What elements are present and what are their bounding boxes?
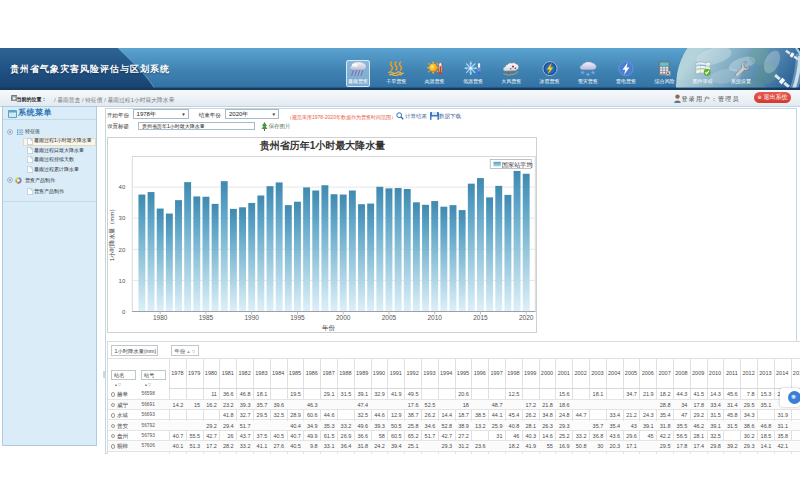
svg-text:2010: 2010 bbox=[427, 314, 442, 321]
svg-text:年份: 年份 bbox=[322, 324, 336, 332]
svg-text:40: 40 bbox=[119, 184, 126, 190]
svg-text:1990: 1990 bbox=[244, 314, 259, 321]
svg-text:国家站平均: 国家站平均 bbox=[502, 160, 533, 168]
svg-text:1980: 1980 bbox=[153, 314, 168, 321]
svg-text:2005: 2005 bbox=[382, 314, 397, 321]
svg-text:2020: 2020 bbox=[519, 314, 534, 321]
svg-text:10: 10 bbox=[119, 277, 126, 283]
svg-text:1995: 1995 bbox=[290, 314, 305, 321]
svg-text:贵州省历年1小时最大降水量: 贵州省历年1小时最大降水量 bbox=[259, 140, 386, 151]
svg-text:1小时降水量（mm）: 1小时降水量（mm） bbox=[108, 205, 116, 260]
svg-text:2000: 2000 bbox=[336, 314, 351, 321]
svg-text:1985: 1985 bbox=[199, 314, 214, 321]
svg-text:2015: 2015 bbox=[473, 314, 488, 321]
svg-text:0: 0 bbox=[122, 308, 126, 314]
svg-text:30: 30 bbox=[119, 215, 126, 221]
svg-text:20: 20 bbox=[119, 246, 126, 252]
